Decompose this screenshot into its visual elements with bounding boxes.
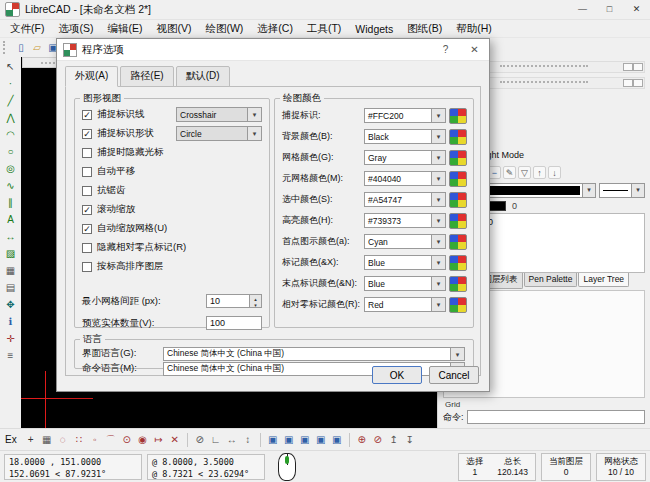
dock-close-icon[interactable] [633, 79, 643, 87]
dock-float-icon[interactable] [623, 63, 633, 71]
info-tool-icon[interactable]: ℹ [4, 315, 18, 329]
menu-drawings[interactable]: 图纸(B) [400, 22, 449, 36]
restrict-nothing-icon[interactable]: ⊘ [193, 433, 207, 447]
layer-filter-icon[interactable]: ▽ [518, 166, 531, 179]
snap-indicator-shape-combo[interactable]: Circle [176, 126, 262, 141]
ellipse-tool-icon[interactable]: ◎ [4, 162, 18, 176]
maximize-button[interactable]: □ [596, 0, 623, 19]
line-tool-icon[interactable]: ╱ [4, 94, 18, 108]
snap-free-icon[interactable]: ◌ [56, 433, 70, 447]
layer-up-icon[interactable]: ↑ [533, 166, 546, 179]
selected-color-picker[interactable] [449, 192, 467, 208]
sort-layers-checkbox[interactable] [82, 262, 92, 272]
scroll-zoom-checkbox[interactable] [82, 205, 92, 215]
dock-close-icon[interactable] [633, 63, 643, 71]
pen-width-combo[interactable] [599, 183, 645, 198]
view-screen-5-icon[interactable]: ▣ [330, 433, 344, 447]
snap-indicator-lines-checkbox[interactable] [82, 110, 92, 120]
start-handle-color-combo[interactable]: Cyan [364, 234, 446, 249]
snap-intersection-icon[interactable]: ✕ [168, 433, 182, 447]
close-button[interactable]: ✕ [623, 0, 650, 19]
view-screen-4-icon[interactable]: ▣ [314, 433, 328, 447]
dimension-tool-icon[interactable]: ↔ [4, 230, 18, 244]
lock-relative-zero-icon[interactable]: ⊘ [371, 433, 385, 447]
circle-tool-icon[interactable]: ○ [4, 145, 18, 159]
relative-zero-color-picker[interactable] [449, 297, 467, 313]
snap-entity-icon[interactable]: ⌒ [104, 433, 118, 447]
tab-defaults[interactable]: 默认(D) [176, 66, 230, 87]
highlighted-color-combo[interactable]: #739373 [364, 213, 446, 228]
open-file-icon[interactable]: ▱ [30, 41, 44, 55]
auto-scale-grid-checkbox[interactable] [82, 224, 92, 234]
antialiasing-checkbox[interactable] [82, 186, 92, 196]
plus-icon[interactable]: + [24, 433, 38, 447]
hatch-tool-icon[interactable]: ▨ [4, 247, 18, 261]
view-screen-3-icon[interactable]: ▣ [298, 433, 312, 447]
modify-tool-icon[interactable]: ✥ [4, 298, 18, 312]
menu-edit[interactable]: 编辑(E) [100, 22, 149, 36]
toolbar-grip[interactable] [3, 41, 9, 54]
snap-indicator-lines-combo[interactable]: Crosshair [176, 107, 262, 122]
order-tool-icon[interactable]: ≡ [4, 349, 18, 363]
grid-toggle-icon[interactable]: ▦ [40, 433, 54, 447]
minimize-button[interactable]: — [569, 0, 596, 19]
arc-tool-icon[interactable]: ◠ [4, 128, 18, 142]
ok-button[interactable]: OK [372, 366, 422, 384]
dialog-titlebar[interactable]: 程序选项 ? ✕ [57, 39, 489, 61]
snap-distance-icon[interactable]: ↦ [152, 433, 166, 447]
auto-pan-checkbox[interactable] [82, 167, 92, 177]
grid-color-combo[interactable]: Gray [364, 150, 446, 165]
polyline-tool-icon[interactable]: ⋀ [4, 111, 18, 125]
highlighted-color-picker[interactable] [449, 213, 467, 229]
background-color-picker[interactable] [449, 129, 467, 145]
tab-pen-palette[interactable]: Pen Palette [524, 273, 578, 287]
start-handle-color-picker[interactable] [449, 234, 467, 250]
menu-draw[interactable]: 绘图(W) [198, 22, 250, 36]
gui-language-combo[interactable]: Chinese 简体中文 (China 中国) [163, 347, 465, 361]
background-color-combo[interactable]: Black [364, 129, 446, 144]
spline-tool-icon[interactable]: ∿ [4, 179, 18, 193]
restrict-orthogonal-icon[interactable]: ∟ [209, 433, 223, 447]
end-handle-color-combo[interactable]: Blue [364, 276, 446, 291]
scroll-up-icon[interactable]: ↥ [387, 433, 401, 447]
snap-middle-icon[interactable]: ◉ [136, 433, 150, 447]
snap-tool-icon[interactable]: ✛ [4, 332, 18, 346]
view-screen-1-icon[interactable]: ▣ [266, 433, 280, 447]
grid-color-picker[interactable] [449, 150, 467, 166]
meta-grid-color-combo[interactable]: #404040 [364, 171, 446, 186]
restrict-horizontal-icon[interactable]: ↔ [225, 433, 239, 447]
layer-name[interactable]: 0 [512, 201, 517, 211]
snap-endpoint-icon[interactable]: ◦ [88, 433, 102, 447]
tab-layer-tree[interactable]: Layer Tree [578, 273, 629, 287]
min-grid-spacing-spinner[interactable]: 10 [206, 294, 262, 308]
layer-edit-icon[interactable]: ✎ [503, 166, 516, 179]
tab-paths[interactable]: 路径(E) [120, 66, 173, 87]
snap-grid-icon[interactable]: ∷ [72, 433, 86, 447]
point-icon[interactable]: · [4, 77, 18, 91]
relative-zero-color-combo[interactable]: Red [364, 297, 446, 312]
scroll-down-icon[interactable]: ↧ [403, 433, 417, 447]
text-tool-icon[interactable]: A [4, 213, 18, 227]
menu-settings[interactable]: 选项(S) [51, 22, 100, 36]
snap-indicator-color-picker[interactable] [449, 108, 467, 124]
cursor-hiding-checkbox[interactable] [82, 148, 92, 158]
menu-view[interactable]: 视图(V) [149, 22, 198, 36]
end-handle-color-picker[interactable] [449, 276, 467, 292]
cancel-button[interactable]: Cancel [429, 366, 479, 384]
menu-file[interactable]: 文件(F) [3, 22, 51, 36]
meta-grid-color-picker[interactable] [449, 171, 467, 187]
set-relative-zero-icon[interactable]: ⊕ [355, 433, 369, 447]
dialog-close-button[interactable]: ✕ [460, 39, 489, 60]
dialog-help-button[interactable]: ? [431, 39, 460, 60]
dock-float-icon[interactable] [623, 79, 633, 87]
selected-color-combo[interactable]: #A54747 [364, 192, 446, 207]
parallel-tool-icon[interactable]: ∥ [4, 196, 18, 210]
snap-indicator-shape-checkbox[interactable] [82, 129, 92, 139]
tab-appearance[interactable]: 外观(A) [65, 66, 118, 87]
preview-entities-input[interactable]: 100 [206, 316, 262, 330]
block-tool-icon[interactable]: ▤ [4, 281, 18, 295]
menu-select[interactable]: 选择(C) [250, 22, 300, 36]
snap-indicator-color-combo[interactable]: #FFC200 [364, 108, 446, 123]
image-tool-icon[interactable]: ▦ [4, 264, 18, 278]
menu-tools[interactable]: 工具(T) [300, 22, 348, 36]
